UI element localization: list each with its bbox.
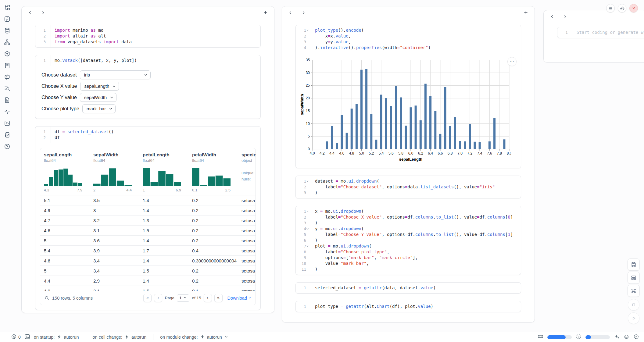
layout-button[interactable] (628, 272, 640, 284)
on-startup-label: on startup: (34, 335, 55, 340)
sidebar-item-file-tree[interactable] (3, 4, 12, 12)
notebook-cell: 1mo.vstack([dataset, x, y, plot])Choose … (35, 55, 261, 119)
range-min: 1 (143, 188, 145, 192)
terminal-button[interactable] (24, 334, 30, 340)
on-cell-change-setting[interactable]: on cell change: autorun (93, 334, 147, 340)
run-button[interactable] (628, 312, 639, 324)
token: ui (349, 179, 354, 183)
choose-x-value-select[interactable]: sepalLength (80, 82, 119, 91)
table-row[interactable]: 4.73.21.30.2setosa (40, 215, 256, 225)
column-next-button[interactable] (41, 10, 45, 15)
token: 1 (508, 232, 510, 237)
column-2-cells: 1plot_type().encode(2 x=x.value,3 y=y.va… (282, 19, 535, 324)
column-prev-button[interactable] (28, 10, 32, 15)
table-row[interactable]: 53.61.40.2setosa (40, 235, 256, 245)
stop-button[interactable] (628, 299, 639, 311)
prev-page-button[interactable]: ‹ (154, 294, 162, 302)
table-row[interactable]: 4.42.91.40.2setosa (40, 276, 256, 286)
table-row[interactable]: 5.43.91.70.4setosa (40, 245, 256, 255)
sidebar-item-dependency-graph[interactable] (3, 39, 12, 46)
code-editor[interactable]: 1df = selected_dataset()2df (35, 126, 260, 143)
sidebar-item-help[interactable] (3, 143, 12, 151)
shutdown-button[interactable] (629, 4, 638, 12)
token: "Choose X value" (341, 215, 382, 219)
code-editor[interactable]: 1plot_type().encode(2 x=x.value,3 y=y.va… (296, 25, 521, 53)
table-cell: 1.4 (139, 278, 188, 283)
help-icon (4, 143, 10, 151)
code-editor[interactable]: 1dataset = mo.ui.dropdown(2 label="Choos… (296, 176, 521, 198)
command-palette-button[interactable] (628, 285, 640, 297)
fold-chevron-icon (306, 227, 309, 230)
token: dropdown (356, 179, 377, 183)
token: "Choose plot type" (341, 249, 387, 254)
add-column-button[interactable] (523, 10, 528, 15)
code-editor[interactable]: 1selected_dataset = getattr(data, datase… (296, 283, 521, 293)
sidebar-item-database[interactable] (3, 27, 12, 35)
column-next-button[interactable] (563, 14, 567, 19)
table-row[interactable]: 4.63.41.40.3000000000000004setosa (40, 255, 256, 265)
settings-button[interactable] (618, 4, 626, 12)
line-number: 4 (304, 45, 306, 51)
column-prev-button[interactable] (550, 14, 554, 19)
chevron-down-icon (144, 73, 148, 77)
choose-dataset-select[interactable]: iris (80, 70, 151, 79)
sidebar-item-scratchpad[interactable] (3, 132, 12, 139)
assistant-button[interactable] (624, 334, 629, 340)
chart-actions-menu-button[interactable]: ⋯ (507, 57, 517, 66)
token: ) (433, 285, 436, 290)
table-cell: setosa (238, 228, 256, 233)
page-select[interactable]: 1 (177, 294, 190, 302)
download-button[interactable]: Download (227, 296, 252, 301)
table-cell: 0.4 (188, 248, 238, 253)
code-editor[interactable]: 1import marimo as mo2import altair as al… (35, 25, 260, 47)
sidebar-item-package[interactable] (3, 51, 12, 58)
code-square-icon (4, 120, 10, 127)
choose-y-value-select[interactable]: sepalWidth (80, 93, 116, 102)
sidebar-item-chatbot[interactable] (3, 74, 12, 81)
search-icon[interactable] (44, 295, 49, 301)
table-cell: 3.2 (90, 218, 139, 223)
sidebar-item-document[interactable] (3, 97, 12, 104)
line-number-gutter: 2 (35, 33, 51, 39)
last-page-button[interactable]: » (214, 294, 223, 302)
connection-status-button[interactable] (633, 334, 639, 340)
sidebar-item-function-square[interactable] (3, 16, 12, 23)
ai-sparkles-button[interactable] (614, 334, 620, 340)
table-cell: 2.9 (90, 278, 139, 283)
choose-plot-type-select[interactable]: mark_bar (82, 104, 116, 113)
fold-spacer (306, 239, 309, 242)
table-row[interactable]: 53.41.50.2setosa (40, 265, 256, 276)
token: (df), plot. (390, 304, 418, 309)
table-body: 5.13.51.40.2setosa4.931.40.2setosa4.73.2… (40, 195, 256, 296)
sidebar-item-snippets[interactable] (3, 109, 12, 116)
column-prev-button[interactable] (288, 10, 293, 15)
empty-code-editor[interactable]: 1Start coding or generate with AI (557, 27, 644, 38)
x-tick-label: 5.8 (398, 151, 403, 155)
table-row[interactable]: 4.63.11.50.2setosa (40, 225, 256, 235)
add-column-button[interactable] (263, 10, 268, 15)
sidebar-item-code-square[interactable] (3, 120, 12, 127)
robot-icon (624, 334, 629, 340)
on-module-change-setting[interactable]: on module change: autorun (160, 334, 228, 340)
column-2-header (282, 6, 535, 19)
code-editor[interactable]: 1x = mo.ui.dropdown(2 label="Choose X va… (296, 206, 521, 275)
code-editor[interactable]: 1plot_type = getattr(alt.Chart(df), plot… (296, 301, 521, 312)
first-page-button[interactable]: « (143, 294, 152, 302)
fold-spacer (306, 216, 309, 219)
sidebar-item-logs-search[interactable] (3, 85, 12, 93)
on-startup-setting[interactable]: on startup: autorun (34, 334, 79, 340)
token (361, 285, 364, 290)
table-row[interactable]: 4.931.40.2setosa (40, 205, 256, 215)
save-button[interactable] (628, 258, 640, 271)
next-page-button[interactable]: › (204, 294, 212, 302)
sidebar-item-script[interactable] (3, 62, 12, 69)
generate-with-ai-link[interactable]: generate (618, 30, 638, 35)
line-number-gutter: 4 (296, 226, 311, 232)
errors-indicator[interactable]: 0 (11, 334, 21, 340)
table-row[interactable]: 5.13.51.40.2setosa (40, 195, 256, 205)
code-editor[interactable]: 1mo.vstack([dataset, x, y, plot]) (35, 55, 260, 66)
menu-button[interactable] (606, 4, 615, 12)
fold-spacer (306, 250, 309, 254)
column-next-button[interactable] (301, 10, 306, 15)
x-tick-label: 4.8 (349, 151, 354, 155)
